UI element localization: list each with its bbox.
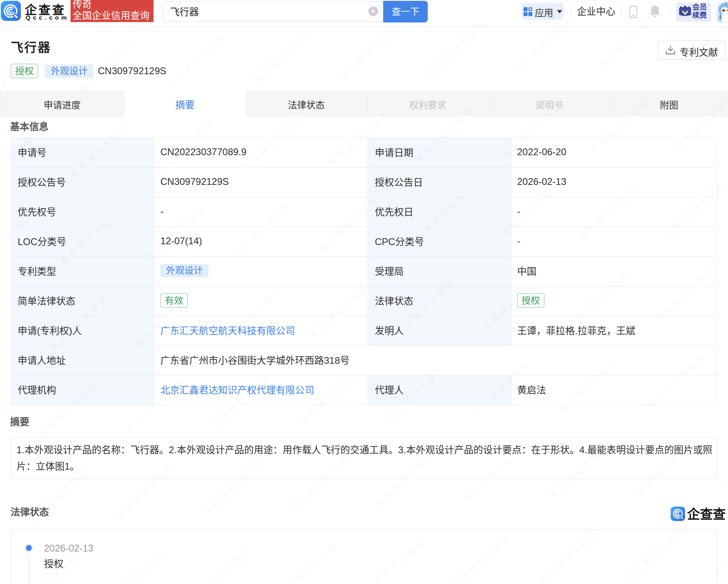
svg-text:企查查: 企查查 bbox=[687, 507, 726, 521]
